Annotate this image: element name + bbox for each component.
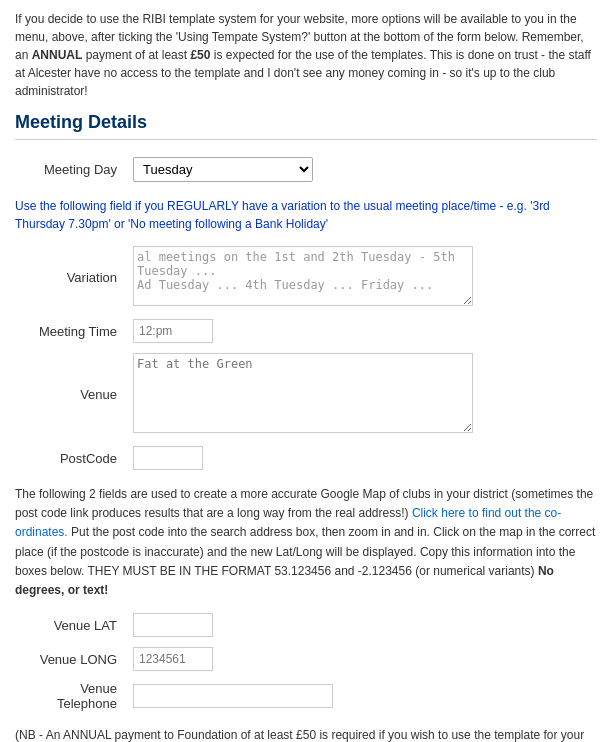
venue-lat-row: Venue LAT bbox=[15, 608, 597, 642]
coords-link[interactable]: Click here to find out the co-ordinates. bbox=[15, 506, 561, 539]
venue-lat-label: Venue LAT bbox=[15, 608, 125, 642]
venue-textarea[interactable] bbox=[133, 353, 473, 433]
meeting-time-label: Meeting Time bbox=[15, 314, 125, 348]
variation-info-text: Use the following field if you REGULARLY… bbox=[15, 197, 597, 233]
meeting-day-select[interactable]: Tuesday Monday Wednesday Thursday Friday… bbox=[133, 157, 313, 182]
postcode-row: PostCode bbox=[15, 441, 597, 475]
venue-long-cell bbox=[125, 642, 597, 676]
venue-telephone-label: Venue Telephone bbox=[15, 676, 125, 716]
variation-label: Variation bbox=[15, 241, 125, 314]
variation-cell: al meetings on the 1st and 2th Tuesday -… bbox=[125, 241, 597, 314]
venue-telephone-row: Venue Telephone bbox=[15, 676, 597, 716]
postcode-label: PostCode bbox=[15, 441, 125, 475]
venue-label: Venue bbox=[15, 348, 125, 441]
section-title: Meeting Details bbox=[15, 112, 597, 140]
meeting-time-input[interactable] bbox=[133, 319, 213, 343]
venue-telephone-input[interactable] bbox=[133, 684, 333, 708]
meeting-form: Meeting Day Tuesday Monday Wednesday Thu… bbox=[15, 152, 597, 187]
coords-info-text: The following 2 fields are used to creat… bbox=[15, 485, 597, 600]
venue-lat-cell bbox=[125, 608, 597, 642]
meeting-time-cell bbox=[125, 314, 597, 348]
venue-telephone-cell bbox=[125, 676, 597, 716]
postcode-input[interactable] bbox=[133, 446, 203, 470]
venue-row: Venue bbox=[15, 348, 597, 441]
variation-textarea[interactable]: al meetings on the 1st and 2th Tuesday -… bbox=[133, 246, 473, 306]
variation-form: Variation al meetings on the 1st and 2th… bbox=[15, 241, 597, 475]
venue-cell bbox=[125, 348, 597, 441]
meeting-day-cell: Tuesday Monday Wednesday Thursday Friday… bbox=[125, 152, 597, 187]
annual-note: (NB - An ANNUAL payment to Foundation of… bbox=[15, 726, 597, 742]
venue-long-row: Venue LONG bbox=[15, 642, 597, 676]
coords-form: Venue LAT Venue LONG Venue Telephone bbox=[15, 608, 597, 716]
meeting-day-row: Meeting Day Tuesday Monday Wednesday Thu… bbox=[15, 152, 597, 187]
meeting-time-row: Meeting Time bbox=[15, 314, 597, 348]
variation-row: Variation al meetings on the 1st and 2th… bbox=[15, 241, 597, 314]
venue-long-label: Venue LONG bbox=[15, 642, 125, 676]
intro-paragraph: If you decide to use the RIBI template s… bbox=[15, 10, 597, 100]
venue-lat-input[interactable] bbox=[133, 613, 213, 637]
meeting-day-label: Meeting Day bbox=[15, 152, 125, 187]
postcode-cell bbox=[125, 441, 597, 475]
venue-long-input[interactable] bbox=[133, 647, 213, 671]
